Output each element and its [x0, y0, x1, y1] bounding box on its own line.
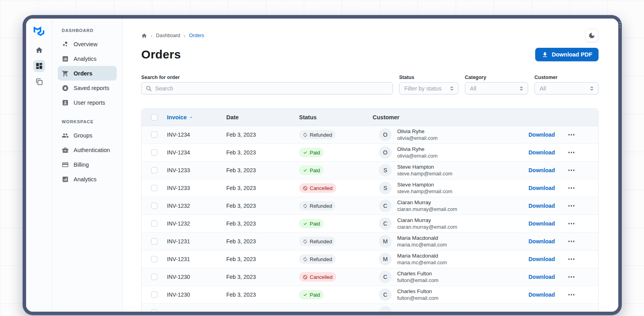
status-chip: Paid	[299, 166, 324, 175]
row-checkbox[interactable]	[151, 238, 157, 245]
chevron-right-icon: ›	[151, 33, 152, 38]
invoice-cell: INV-1230	[167, 274, 226, 280]
customer-email: fulton@email.com	[397, 277, 438, 284]
status-cell: Paid	[299, 290, 373, 299]
ellipsis-menu-icon[interactable]	[567, 150, 576, 155]
row-checkbox[interactable]	[151, 132, 157, 138]
download-link[interactable]: Download	[528, 167, 555, 173]
select-all-checkbox[interactable]	[151, 114, 157, 120]
status-chip: Cancelled	[299, 272, 336, 282]
status-cell: Refunded	[299, 254, 373, 264]
search-input[interactable]: Search	[141, 82, 393, 94]
autorenew-icon	[303, 239, 308, 244]
ellipsis-menu-icon[interactable]	[567, 132, 576, 137]
check-icon	[303, 292, 308, 297]
row-checkbox[interactable]	[151, 149, 157, 156]
person-card-icon	[62, 99, 69, 106]
unfold-more-icon	[449, 85, 455, 92]
dark-mode-toggle[interactable]	[585, 29, 599, 42]
ellipsis-menu-icon[interactable]	[567, 203, 576, 208]
download-link[interactable]: Download	[528, 256, 555, 262]
date-cell: Feb 3, 2023	[226, 132, 299, 138]
side-navigation: DASHBOARD Overview Analytics Orders Save…	[52, 19, 123, 312]
column-header-invoice[interactable]: Invoice	[167, 114, 226, 120]
sidebar-item-groups[interactable]: Groups	[58, 128, 117, 143]
download-link[interactable]: Download	[528, 220, 555, 227]
home-icon[interactable]	[33, 44, 45, 56]
sidebar-item-orders[interactable]: Orders	[58, 66, 117, 81]
category-filter-select[interactable]: All	[465, 82, 528, 94]
sidebar-item-authentication[interactable]: Authentication	[58, 143, 117, 157]
column-header-status: Status	[299, 114, 373, 120]
download-link[interactable]: Download	[528, 149, 555, 156]
status-cell: Paid	[299, 219, 373, 228]
ellipsis-menu-icon[interactable]	[567, 186, 576, 190]
download-link[interactable]: Download	[528, 203, 555, 209]
column-header-date: Date	[226, 114, 299, 120]
download-link[interactable]: Download	[528, 238, 555, 245]
table-row: INV-1230 Feb 3, 2023 Cancelled C Charles…	[142, 268, 598, 286]
nav-section-label: DASHBOARD	[62, 28, 117, 33]
breadcrumb-home-icon[interactable]	[141, 33, 147, 39]
invoice-cell: INV-1230	[167, 292, 226, 298]
row-checkbox[interactable]	[151, 309, 157, 312]
sidebar-item-analytics[interactable]: Analytics	[58, 172, 117, 186]
row-checkbox[interactable]	[151, 203, 157, 209]
sidebar-item-saved-reports[interactable]: Saved reports	[58, 81, 117, 95]
sidebar-item-overview[interactable]: Overview	[58, 37, 117, 51]
table-row: INV-1232 Feb 3, 2023 Refunded C Ciaran M…	[142, 197, 598, 215]
download-link[interactable]: Download	[528, 292, 555, 298]
status-cell: Refunded	[299, 201, 373, 211]
stacked-windows-icon[interactable]	[33, 76, 45, 88]
credit-card-icon	[62, 161, 69, 168]
status-chip: Refunded	[299, 254, 335, 264]
row-checkbox[interactable]	[151, 274, 157, 280]
row-checkbox[interactable]	[151, 220, 157, 227]
category-filter-label: Category	[465, 75, 528, 80]
customer-email: steve.hamp@email.com	[397, 170, 453, 177]
customer-cell: S Steve Hampton steve.hamp@email.com	[373, 164, 523, 177]
ellipsis-menu-icon[interactable]	[567, 275, 576, 279]
main-content: › Dashboard › Orders Orders Download PDF	[123, 19, 618, 312]
status-filter-select[interactable]: Filter by status	[399, 82, 458, 94]
avatar: O	[379, 128, 392, 141]
customer-filter-select[interactable]: All	[534, 82, 599, 94]
status-chip: Paid	[299, 219, 324, 228]
page-title: Orders	[141, 48, 181, 61]
search-label: Search for order	[141, 75, 393, 80]
ellipsis-menu-icon[interactable]	[567, 292, 576, 297]
row-checkbox[interactable]	[151, 292, 157, 298]
unfold-more-icon	[518, 85, 525, 92]
status-cell: Refunded	[299, 237, 373, 246]
groups-icon	[62, 132, 69, 139]
row-checkbox[interactable]	[151, 167, 157, 173]
check-icon	[303, 168, 308, 173]
breadcrumb-dashboard[interactable]: Dashboard	[156, 33, 180, 38]
ellipsis-menu-icon[interactable]	[567, 168, 576, 173]
dashboard-grid-icon[interactable]	[33, 60, 45, 72]
download-link[interactable]: Download	[528, 132, 555, 138]
bar-chart-box-icon	[62, 55, 69, 62]
sidebar-item-analytics[interactable]: Analytics	[58, 51, 117, 66]
row-checkbox[interactable]	[151, 256, 157, 262]
ellipsis-menu-icon[interactable]	[567, 221, 576, 226]
breadcrumb: › Dashboard › Orders	[141, 33, 204, 39]
sidebar-item-user-reports[interactable]: User reports	[58, 95, 117, 110]
sidebar-item-billing[interactable]: Billing	[58, 157, 117, 172]
customer-name: Maria Macdonald	[397, 252, 447, 260]
invoice-cell: INV-1234	[167, 132, 226, 138]
download-link[interactable]: Download	[528, 185, 555, 191]
status-cell: Cancelled	[299, 272, 373, 282]
customer-email: fulton@email.com	[397, 295, 438, 301]
ellipsis-menu-icon[interactable]	[567, 257, 576, 261]
invoice-cell: INV-1233	[167, 185, 226, 191]
nav-section-label: WORKSPACE	[62, 119, 117, 124]
autorenew-icon	[303, 132, 308, 137]
ellipsis-menu-icon[interactable]	[567, 239, 576, 244]
breadcrumb-orders[interactable]: Orders	[189, 33, 204, 38]
search-icon	[146, 85, 152, 92]
download-link[interactable]: Download	[528, 274, 555, 280]
row-checkbox[interactable]	[151, 185, 157, 191]
customer-cell: S Steve Hampton steve.hamp@email.com	[373, 181, 523, 195]
download-pdf-button[interactable]: Download PDF	[535, 48, 599, 61]
